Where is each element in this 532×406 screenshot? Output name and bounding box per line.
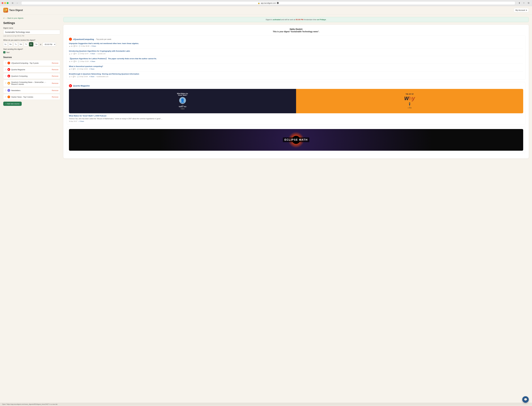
digest-name-input[interactable] [3,30,60,34]
remove-button[interactable]: Remove [52,89,58,92]
article-title[interactable]: 【Quantum Algorithms for Lattice Problems… [69,58,523,60]
account-label: My Account [516,9,525,11]
article-item: What Makes for 'Good' Math? | JOW Podcas… [69,115,523,122]
day-button-th[interactable]: Th [24,42,28,46]
article-title[interactable]: What is theoretical quantum computing? [69,65,523,68]
reddit-section: r r/QuantumComputing - Top posts per wee… [67,35,525,80]
browser-nav: ⧉ ‹ [11,1,19,5]
comments: 💬 3 [73,76,76,78]
source-name: Quanta Magazine [11,69,51,71]
remove-button[interactable]: Remove [52,82,58,84]
minimize-traffic-light[interactable] [4,2,6,4]
waveform [181,108,184,109]
traffic-lights [2,2,8,4]
digest-status-bar: Digest is activated and will be sent at … [63,17,529,22]
date: 🕐 23 Apr 10:53 [77,68,88,70]
reddit-section-name: r/QuantumComputing [73,38,94,40]
day-button-sa[interactable]: Sa [34,42,38,46]
ext-link[interactable]: ↗ worldnewsline.com [95,76,108,77]
day-button-fr[interactable]: Fr [29,42,33,46]
account-dropdown[interactable]: My Account ▾ [514,8,529,12]
ext-link[interactable]: ↗ youtube.com [96,53,106,54]
address-bar[interactable]: 🔒 app.tacodigest.com ✓ [21,1,515,5]
article-title[interactable]: Breakthrough in Quantum Networking: Stor… [69,73,523,75]
article-title[interactable]: Introducing Quantum Algorithms for Crypt… [69,50,523,52]
share-link[interactable]: ⇗ Share [90,53,95,55]
last-sent-text: Last sent at 12 Apr 05:01 PM [3,35,60,37]
article-title[interactable]: Unpopular Suggestion that's weirdly not … [69,42,523,45]
article-meta: ▲ 14 💬 0 🕐 19 Apr 23:28 ⇗ Share [69,61,523,62]
article-item: Unpopular Suggestion that's weirdly not … [69,42,523,49]
video-left: What Makes for'Good' Math? 👤 with TERRY … [69,89,296,113]
drag-handle-icon[interactable]: ⠿ [5,75,6,77]
comments: 💬 16 [74,45,78,47]
status-bar-text: Open "https://app.tacodigest.com/news_di… [2,403,57,405]
prx-text: × PRX [408,107,411,109]
video-split: What Makes for'Good' Math? 👤 with TERRY … [69,89,523,113]
with-label: with [179,105,186,106]
share-button[interactable]: ⬆ [517,1,521,5]
source-item: ⠿ r r/QuantumComputing - Top 5 posts Rem… [3,60,60,66]
close-traffic-light[interactable] [2,2,3,4]
source-header: ▶ Quanta Magazine [69,84,523,87]
back-arrow-icon: ↩ [3,17,5,19]
back-button[interactable]: ‹ [15,1,19,5]
day-button-mo[interactable]: Mo [8,42,13,46]
video-thumbnail[interactable]: What Makes for'Good' Math? 👤 with TERRY … [69,89,523,113]
fullscreen-traffic-light[interactable] [7,2,8,4]
with-terry-text: with TERRY TAO [179,105,186,108]
drag-handle-icon[interactable]: ⠿ [5,89,6,92]
source-name: Quantum Computing News -- ScienceDai... … [11,81,51,85]
back-to-digests-link[interactable]: ↩ ← Back to your digests [3,17,60,19]
article-item: What is theoretical quantum computing? ▲… [69,65,523,72]
tab-icon[interactable]: ⧉ [11,1,14,5]
share-link[interactable]: ⇗ Share [78,121,84,122]
upvotes: ▲ 5 [69,76,72,77]
remove-button[interactable]: Remove [52,62,58,64]
quanta-section-name: Quanta Magazine [73,85,90,87]
checkbox-row: ✓ Yes! [3,51,60,53]
add-source-button[interactable]: + Add new source [3,102,22,106]
joy-of-text: Why [404,95,415,101]
left-panel: ↩ ← Back to your digests Settings Digest… [3,17,60,400]
schedule-label: When do you want to receive this digest? [3,39,60,41]
windows-button[interactable]: ⧉ [527,1,530,5]
hn-icon: Y [7,95,10,98]
chat-fab[interactable]: 💬 [522,396,529,403]
greeting-text: Hello Dmitrii [67,28,525,30]
remove-button[interactable]: Remove [52,69,58,71]
time-select[interactable]: 05:00 PM [43,42,56,46]
chat-icon: 💬 [524,398,527,401]
day-button-tu[interactable]: Tu [14,42,18,46]
share-link[interactable]: ⇗ Share [90,61,95,62]
drag-handle-icon[interactable]: ⠿ [5,96,6,98]
start-sending-checkbox[interactable]: ✓ [3,51,5,53]
day-button-su[interactable]: Su [3,42,7,46]
share-link[interactable]: ⇗ Share [91,45,96,47]
source-header: r r/QuantumComputing - Top posts per wee… [69,38,523,41]
upvotes: ▲ 14 [69,61,72,62]
article-meta: ▲ 8 💬 5 🕐 23 Apr 10:53 ⇗ Share [69,68,523,70]
verified-icon: ✓ [277,2,279,4]
source-name: Hacker News - Top 5 stories [11,96,51,98]
drag-handle-icon[interactable]: ⠿ [5,82,6,84]
article-meta: ▲ 5 💬 3 🕐 20 Apr 19:36 ⇗ Share ↗ worldne… [69,76,523,78]
article-title[interactable]: What Makes for 'Good' Math? | JOW Podcas… [69,115,523,117]
drag-handle-icon[interactable]: ⠿ [5,68,6,71]
settings-title: Settings [3,21,60,25]
video-right: THE JOY OF Why 🕴 × PRX [296,89,523,113]
share-link[interactable]: ⇗ Share [89,76,94,78]
digest-name-label: Digest name [3,27,60,29]
day-button-we[interactable]: We [19,42,23,46]
article-item: 【Quantum Algorithms for Lattice Problems… [69,58,523,64]
remove-button[interactable]: Remove [52,75,58,77]
new-tab-button[interactable]: + [522,1,526,5]
eclipse-section: ECLIPSE MATH [67,127,525,153]
lock-icon: 🔒 [258,2,260,4]
logo-emoji: 🌮 [4,8,7,12]
remove-button[interactable]: Remove [52,96,58,98]
source-name: Newsletters [11,89,51,92]
share-link[interactable]: ⇗ Share [89,68,94,70]
drag-handle-icon[interactable]: ⠿ [5,62,6,64]
article-meta: ▲ 38 💬 16 🕐 23 Apr 08:48 ⇗ Share [69,45,523,47]
